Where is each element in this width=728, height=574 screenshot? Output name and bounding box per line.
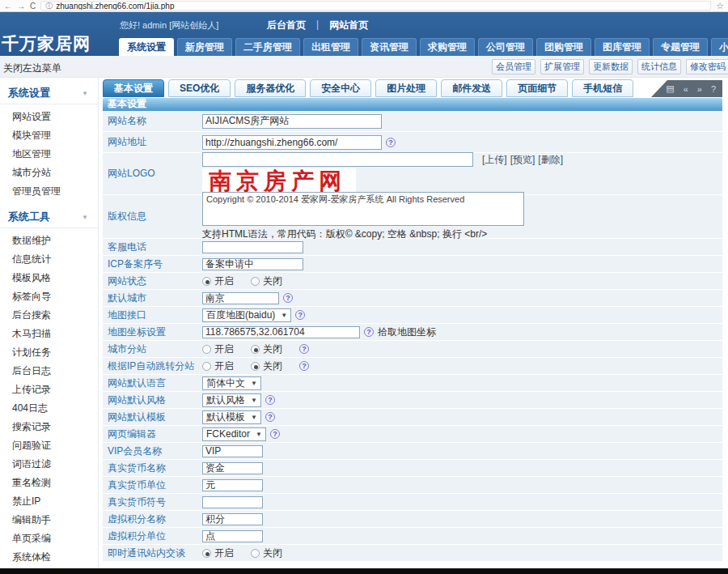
toolbar-button[interactable]: 更新数据 bbox=[589, 59, 633, 74]
select-input[interactable]: 百度地图(baidu)▼ bbox=[202, 308, 291, 322]
content-tab[interactable]: 安全中心 bbox=[310, 79, 371, 97]
nav-tab[interactable]: 专题管理 bbox=[653, 38, 708, 56]
content-tab[interactable]: 邮件发送 bbox=[441, 79, 502, 97]
radio-button[interactable] bbox=[202, 277, 211, 286]
select-input[interactable]: 默认风格▼ bbox=[202, 393, 261, 407]
radio-button[interactable] bbox=[251, 345, 260, 354]
nav-tab[interactable]: 出租管理 bbox=[303, 38, 358, 56]
radio-option[interactable]: 开启 bbox=[202, 274, 234, 288]
content-tab[interactable]: 手机短信 bbox=[572, 79, 633, 97]
sidebar-item[interactable]: 地区管理 bbox=[0, 145, 98, 164]
sidebar-item[interactable]: 管理员管理 bbox=[0, 182, 98, 201]
sidebar-item[interactable]: 搜索记录 bbox=[0, 418, 98, 436]
close-left-menu-link[interactable]: 关闭左边菜单 bbox=[3, 62, 61, 75]
sidebar-item[interactable]: 404日志 bbox=[0, 399, 98, 418]
nav-tab[interactable]: 二手房管理 bbox=[235, 38, 300, 56]
panel-icon[interactable]: ▤ bbox=[666, 83, 674, 94]
help-icon[interactable]: ? bbox=[265, 412, 275, 422]
radio-button[interactable] bbox=[251, 549, 260, 558]
help-icon[interactable]: ? bbox=[265, 395, 275, 405]
url-field[interactable]: ⓘ zhuangshi.zheng66.com/1jia.php bbox=[40, 1, 711, 11]
text-input[interactable] bbox=[202, 530, 263, 542]
radio-option[interactable]: 关闭 bbox=[251, 359, 282, 373]
refresh-icon[interactable]: C bbox=[30, 1, 36, 11]
collapse-left-icon[interactable]: « bbox=[684, 84, 688, 94]
radio-option[interactable]: 关闭 bbox=[251, 546, 282, 560]
text-input[interactable] bbox=[202, 479, 263, 491]
sidebar-item[interactable]: 禁止IP bbox=[0, 492, 98, 511]
toolbar-button[interactable]: 会员管理 bbox=[492, 59, 535, 74]
sidebar-item[interactable]: 上传记录 bbox=[0, 381, 98, 399]
nav-tab[interactable]: 资讯管理 bbox=[362, 38, 417, 56]
nav-tab[interactable]: 系统设置 bbox=[119, 38, 174, 56]
sidebar-item[interactable]: 单页采编 bbox=[0, 529, 98, 548]
toolbar-button[interactable]: 扩展管理 bbox=[540, 59, 584, 74]
sidebar-item[interactable]: 编辑助手 bbox=[0, 511, 98, 529]
help-icon[interactable]: ? bbox=[386, 138, 396, 147]
content-tab[interactable]: 基本设置 bbox=[103, 79, 164, 97]
sidebar-item[interactable]: 问题验证 bbox=[0, 436, 98, 455]
text-input[interactable] bbox=[202, 462, 263, 474]
select-input[interactable]: 默认模板▼ bbox=[202, 410, 261, 424]
preview-link[interactable]: [预览] bbox=[510, 153, 535, 167]
sidebar-item[interactable]: 系统体检 bbox=[0, 548, 98, 567]
radio-option[interactable]: 开启 bbox=[202, 359, 234, 373]
help-icon[interactable]: ? bbox=[299, 344, 309, 354]
bookmark-star-icon[interactable]: ☆ bbox=[716, 1, 724, 11]
textarea-input[interactable] bbox=[202, 192, 524, 226]
sidebar-item[interactable]: 后台搜索 bbox=[0, 306, 98, 325]
help-icon[interactable]: ? bbox=[270, 429, 280, 439]
text-input[interactable] bbox=[202, 152, 473, 167]
radio-option[interactable]: 关闭 bbox=[251, 274, 282, 288]
nav-tab[interactable]: 求购管理 bbox=[420, 38, 475, 56]
text-input[interactable] bbox=[202, 114, 382, 129]
text-input[interactable] bbox=[202, 135, 382, 150]
upload-link[interactable]: [上传] bbox=[482, 153, 507, 167]
sidebar-item[interactable]: 重名检测 bbox=[0, 474, 98, 492]
select-input[interactable]: 简体中文▼ bbox=[202, 376, 261, 390]
radio-button[interactable] bbox=[251, 362, 260, 371]
help-icon[interactable]: ? bbox=[295, 310, 305, 320]
nav-tab[interactable]: 新房管理 bbox=[177, 38, 232, 56]
help-icon[interactable]: ? bbox=[283, 293, 293, 303]
help-icon[interactable]: ? bbox=[364, 327, 374, 337]
radio-button[interactable] bbox=[202, 549, 211, 558]
nav-tab[interactable]: 团购管理 bbox=[536, 38, 591, 56]
text-input[interactable] bbox=[202, 326, 360, 338]
radio-option[interactable]: 开启 bbox=[202, 546, 234, 560]
forward-icon[interactable]: → bbox=[17, 1, 25, 11]
text-input[interactable] bbox=[202, 292, 279, 304]
backend-home-link[interactable]: 后台首页 bbox=[267, 19, 306, 32]
sidebar-item[interactable]: 城市分站 bbox=[0, 164, 98, 182]
sidebar-item[interactable]: 标签向导 bbox=[0, 287, 98, 306]
text-input[interactable] bbox=[202, 513, 263, 525]
sidebar-section-header[interactable]: 系统工具▼ bbox=[0, 206, 98, 228]
help-icon[interactable]: ? bbox=[299, 361, 309, 371]
sidebar-section-header[interactable]: 系统设置▼ bbox=[0, 82, 98, 104]
sidebar-item[interactable]: 网站设置 bbox=[0, 108, 98, 126]
sidebar-item[interactable]: 模板风格 bbox=[0, 269, 98, 287]
radio-option[interactable]: 关闭 bbox=[251, 342, 282, 356]
radio-option[interactable]: 开启 bbox=[202, 342, 234, 356]
text-input[interactable] bbox=[202, 496, 263, 508]
sidebar-item[interactable]: 木马扫描 bbox=[0, 325, 98, 343]
text-input[interactable] bbox=[202, 445, 263, 457]
sidebar-item[interactable]: 词语过滤 bbox=[0, 455, 98, 474]
text-input[interactable] bbox=[202, 258, 303, 270]
sidebar-item[interactable]: 后台日志 bbox=[0, 362, 98, 381]
content-tab[interactable]: 服务器优化 bbox=[235, 79, 306, 97]
nav-tab[interactable]: 小区管理 bbox=[711, 38, 728, 56]
nav-tab[interactable]: 公司管理 bbox=[478, 38, 533, 56]
sidebar-item[interactable]: 模块管理 bbox=[0, 126, 98, 145]
sidebar-item[interactable]: 信息统计 bbox=[0, 250, 98, 269]
help-icon[interactable]: ? bbox=[711, 84, 716, 94]
content-tab[interactable]: SEO优化 bbox=[168, 79, 231, 97]
back-icon[interactable]: ← bbox=[4, 1, 12, 11]
radio-button[interactable] bbox=[251, 277, 260, 286]
collapse-right-icon[interactable]: » bbox=[697, 84, 702, 94]
sidebar-item[interactable]: 计划任务 bbox=[0, 343, 98, 362]
text-input[interactable] bbox=[202, 241, 303, 253]
toolbar-button[interactable]: 统计信息 bbox=[637, 59, 681, 74]
content-tab[interactable]: 页面细节 bbox=[506, 79, 568, 97]
radio-button[interactable] bbox=[202, 362, 211, 371]
